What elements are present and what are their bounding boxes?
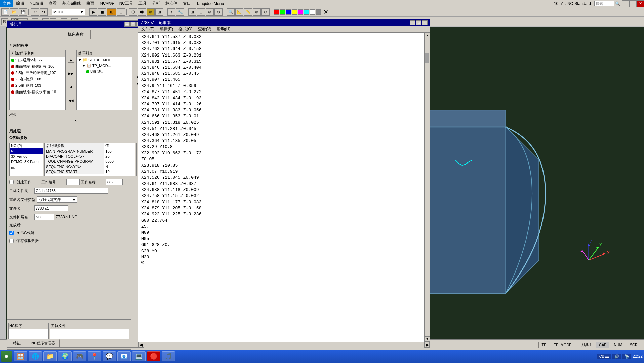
target-folder-input[interactable] — [34, 188, 108, 194]
program-item-1[interactable]: 曲面铣削-精铣所有_106 — [10, 63, 65, 70]
tb-btn6[interactable]: ⬢ — [138, 8, 146, 16]
taskbar-app-7[interactable]: 📧 — [117, 351, 131, 361]
tb-btn4[interactable]: ⊟ — [117, 8, 125, 16]
maximize-button[interactable]: □ — [629, 0, 637, 7]
tb-undo[interactable]: ↩ — [31, 8, 39, 16]
taskbar-app-0[interactable]: 🪟 — [14, 351, 27, 361]
tb-btn2[interactable]: ◼ — [98, 8, 106, 16]
np-menu-view[interactable]: 查看(V) — [195, 26, 214, 33]
program-item-2[interactable]: 2.5轴-开放轮廓青海_107 — [10, 70, 65, 76]
tb-redo[interactable]: ↪ — [40, 8, 48, 16]
tb-btn7[interactable]: ⊕ — [147, 8, 155, 16]
program-item-5[interactable]: 曲面铣削-精铣水平面_10... — [10, 89, 65, 95]
process-item-1[interactable]: ▼ 📋 TP_MOD... — [77, 63, 132, 68]
tb-btn9[interactable]: ↕ — [167, 8, 175, 16]
notepad-vertical-scrollbar[interactable]: ▲ ▼ — [424, 33, 430, 342]
taskbar-app-2[interactable]: 📁 — [43, 351, 57, 361]
nc-manager-btn[interactable]: NC程序管理器 — [27, 339, 60, 347]
taskbar-app-4[interactable]: 🎮 — [73, 351, 86, 361]
tb-btn19[interactable]: ⊖ — [261, 8, 270, 16]
arrow-double-right-btn[interactable]: ▶▶ — [68, 71, 74, 76]
program-item-3[interactable]: 2.5轴-轮廓_108 — [10, 76, 65, 82]
tb-open[interactable]: 📂 — [10, 8, 18, 16]
search-input[interactable] — [594, 1, 614, 6]
notepad-hscrollbar[interactable]: ◀ ▶ — [138, 342, 430, 347]
tb-btn8[interactable]: ⊞ — [155, 8, 163, 16]
model-dropdown[interactable]: MODEL ▼ — [52, 9, 85, 15]
tb-color3[interactable] — [286, 9, 291, 15]
search-icon[interactable]: 🔍 — [615, 1, 620, 6]
process-item-0[interactable]: ▼ 📁 SETUP_MOD... — [77, 57, 132, 63]
tb-color6[interactable] — [304, 9, 309, 15]
post-item-2[interactable]: 3X-Fanuc — [10, 154, 43, 159]
tb-btn5[interactable]: ⬡ — [129, 8, 137, 16]
taskbar-app-8[interactable]: 💻 — [132, 351, 146, 361]
post-item-3[interactable]: DEMO_3X-Fanuc — [10, 159, 43, 165]
post-item-1[interactable]: NC — [10, 148, 43, 154]
tb-save[interactable]: 💾 — [19, 8, 27, 16]
arrow-double-left-btn[interactable]: ◀◀ — [68, 98, 74, 103]
taskbar-app-10[interactable]: 🎵 — [162, 351, 175, 361]
scrollbar-thumb[interactable] — [425, 53, 429, 63]
save-model-checkbox[interactable] — [9, 239, 14, 243]
menu-curves[interactable]: 基准&曲线 — [59, 0, 84, 7]
tb-btn1[interactable]: ▶ — [89, 8, 97, 16]
tb-color7[interactable] — [310, 9, 315, 15]
tb-color8[interactable] — [316, 9, 321, 15]
np-menu-edit[interactable]: 编辑(E) — [157, 26, 176, 33]
menu-window[interactable]: 窗口 — [180, 0, 194, 7]
hscroll-right[interactable]: ▶ — [424, 342, 430, 348]
hscroll-left[interactable]: ◀ — [138, 342, 144, 348]
close-button[interactable]: ✕ — [637, 0, 644, 7]
taskbar-app-6[interactable]: 💬 — [103, 351, 116, 361]
menu-standard[interactable]: 标准件 — [163, 0, 180, 7]
taskbar-volume[interactable]: 🔊 — [612, 354, 621, 359]
post-dialog-minimize[interactable]: — — [124, 22, 130, 27]
notepad-close-btn[interactable]: ✕ — [422, 20, 428, 25]
show-gcode-checkbox[interactable] — [9, 231, 14, 235]
tb-btn10[interactable]: 🔧 — [176, 8, 184, 16]
np-menu-format[interactable]: 格式(O) — [176, 26, 195, 33]
notepad-content[interactable]: X24.641 Y11.587 Z-0.032X24.701 Y11.615 Z… — [138, 33, 424, 342]
tb-color4[interactable] — [292, 9, 297, 15]
arrow-right-btn[interactable]: ▶ — [68, 57, 74, 63]
menu-tools[interactable]: 工具 — [136, 0, 149, 7]
job-number-input[interactable] — [66, 179, 80, 185]
post-item-4[interactable]: nc — [10, 165, 43, 170]
tb-btn13[interactable]: ⊗ — [206, 8, 214, 16]
job-name-input[interactable] — [106, 179, 123, 185]
tb-btn16[interactable]: 📐 — [235, 8, 243, 16]
menu-file[interactable]: 文件 — [0, 0, 13, 7]
start-button[interactable]: ⊞ — [1, 351, 12, 362]
program-item-0[interactable]: 5轴-通用5轴_66 — [10, 57, 65, 63]
rename-type-select[interactable]: 仅G代码文件所有文件不重命名 — [37, 196, 77, 203]
taskbar-app-1[interactable]: 🌐 — [29, 351, 42, 361]
notepad-minimize-btn[interactable]: — — [410, 20, 415, 25]
tb-btn15[interactable]: 🔍 — [227, 8, 235, 16]
np-menu-file[interactable]: 文件(F) — [138, 26, 157, 33]
taskbar-app-5[interactable]: 📍 — [88, 351, 101, 361]
tb-new[interactable]: 📄 — [1, 8, 9, 16]
menu-surface[interactable]: 曲面 — [84, 0, 97, 7]
post-dialog-maximize[interactable]: □ — [130, 22, 136, 27]
program-item-4[interactable]: 2.5轴-轮廓_103 — [10, 82, 65, 89]
menu-nc-tools[interactable]: NC工具 — [117, 0, 136, 7]
menu-nc-edit[interactable]: NC编辑 — [27, 0, 46, 7]
scrollbar-down-arrow[interactable]: ▼ — [425, 336, 430, 342]
arrow-left-btn[interactable]: ◀ — [68, 84, 74, 89]
menu-edit[interactable]: 编辑 — [13, 0, 27, 7]
taskbar-app-3[interactable]: 🌍 — [58, 351, 72, 361]
scrollbar-up-arrow[interactable]: ▲ — [425, 33, 430, 38]
menu-view[interactable]: 查看 — [46, 0, 59, 7]
collapse-btn[interactable]: ⌃ — [9, 119, 142, 125]
create-job-checkbox[interactable] — [9, 180, 14, 184]
process-item-2[interactable]: 5轴-通... — [77, 68, 132, 75]
machine-params-button[interactable]: 机床参数 — [60, 30, 91, 39]
tb-color5[interactable] — [298, 9, 303, 15]
tb-btn14[interactable]: ⊘ — [214, 8, 223, 16]
feature-btn[interactable]: 特征 — [8, 339, 25, 347]
taskbar-app-9[interactable]: 🔴 — [147, 351, 160, 361]
tb-color1[interactable] — [274, 9, 279, 15]
tb-color2[interactable] — [280, 9, 285, 15]
tb-special[interactable]: ✕ — [323, 8, 328, 16]
